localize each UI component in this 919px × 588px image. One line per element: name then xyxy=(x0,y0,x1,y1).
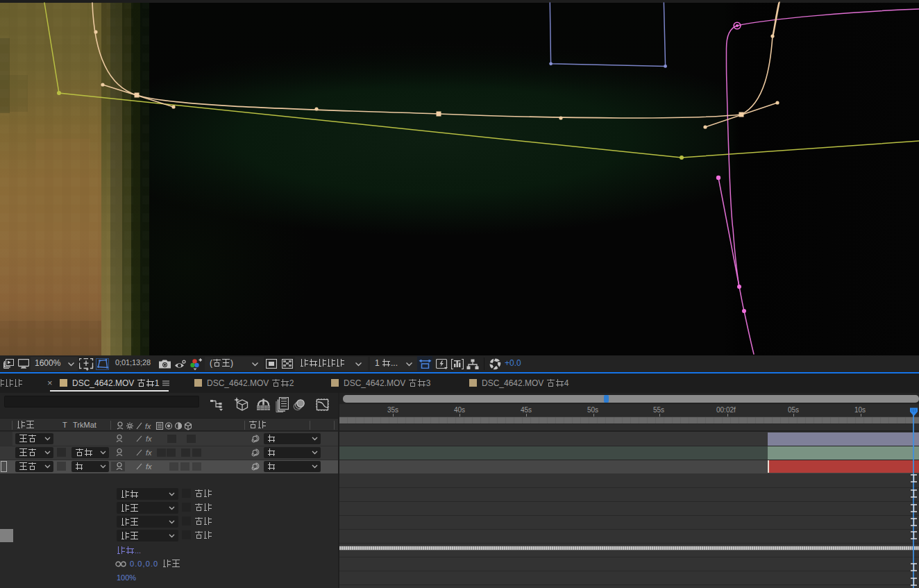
svg-text:fx: fx xyxy=(146,435,152,443)
svg-text:fx: fx xyxy=(146,448,152,457)
svg-text:fx: fx xyxy=(146,462,152,471)
svg-text:fx: fx xyxy=(145,422,151,430)
